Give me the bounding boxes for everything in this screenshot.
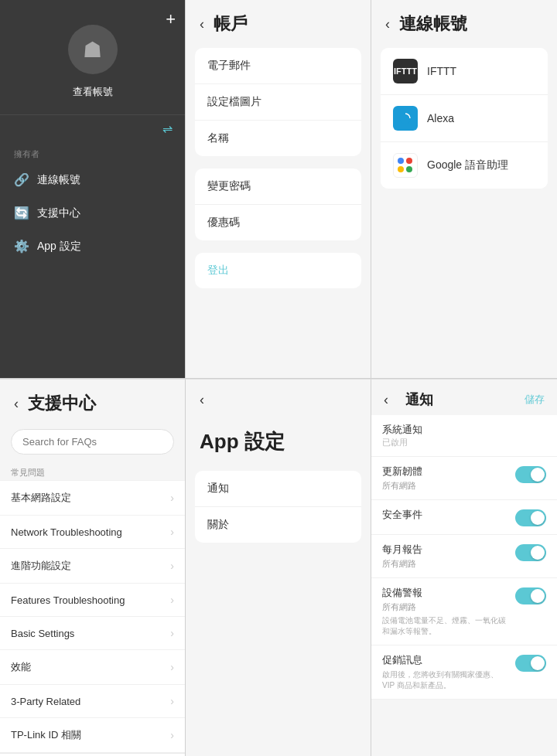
faq-item-5[interactable]: 效能 › <box>0 650 185 685</box>
sidebar-item-label-appsetting: App 設定 <box>37 240 81 254</box>
account-name-row[interactable]: 名稱 <box>195 121 361 156</box>
alexa-icon <box>393 106 418 131</box>
sidebar-item-label-connected: 連線帳號 <box>37 173 80 187</box>
notify-panel: ‹ 通知 儲存 系統通知 已啟用 更新韌體 所有網路 安全事件 <box>371 379 557 756</box>
faq-item-6[interactable]: 3-Party Related › <box>0 685 185 718</box>
support-back-button[interactable]: ‹ <box>14 396 19 412</box>
notify-item-4: 設備警報 所有網路 設備電池電量不足、煙霧、一氧化碳和漏水等報警。 <box>371 578 557 645</box>
google-item[interactable]: Google 語音助理 <box>381 142 548 189</box>
sidebar-item-label-support: 支援中心 <box>37 206 80 220</box>
notify-item-title-0: 系統通知 <box>382 423 546 437</box>
account-card-3: 登出 <box>195 253 361 288</box>
notify-item-left-5: 促銷訊息 啟用後，您將收到有關獨家優惠、VIP 商品和新產品。 <box>382 653 509 691</box>
notify-item-title-2: 安全事件 <box>382 508 509 522</box>
notify-item-title-3: 每月報告 <box>382 543 509 557</box>
notify-toggle-3[interactable] <box>515 544 546 561</box>
faq-label-4: Basic Settings <box>11 628 74 639</box>
appsetting-back-button[interactable]: ‹ <box>200 392 204 408</box>
chevron-right-icon: › <box>170 729 174 741</box>
notify-item-5: 促銷訊息 啟用後，您將收到有關獨家優惠、VIP 商品和新產品。 <box>371 645 557 700</box>
faq-item-7[interactable]: TP-Link ID 相關 › <box>0 718 185 753</box>
appsetting-title: App 設定 <box>186 414 371 465</box>
account-email-row[interactable]: 電子郵件 <box>195 48 361 84</box>
notify-toggle-2[interactable] <box>515 509 546 526</box>
support-title: 支援中心 <box>28 392 96 415</box>
notify-back-button[interactable]: ‹ <box>384 392 388 408</box>
settings-icon: ⚙️ <box>14 239 29 254</box>
appsetting-notify-row[interactable]: 通知 <box>195 471 361 507</box>
chevron-right-icon: › <box>170 526 174 538</box>
chevron-right-icon: › <box>170 560 174 572</box>
faq-label-7: TP-Link ID 相關 <box>11 728 81 742</box>
notify-item-left-0: 系統通知 已啟用 <box>382 423 546 448</box>
faq-label-5: 效能 <box>11 660 31 674</box>
faq-list: 基本網路設定 › Network Troubleshooting › 進階功能設… <box>0 480 185 753</box>
support-icon: 🔄 <box>14 206 29 220</box>
add-button[interactable]: + <box>166 9 176 29</box>
account-card-2: 變更密碼 優惠碼 <box>195 169 361 240</box>
user-icon: ☗ <box>83 37 102 63</box>
faq-label-3: Features Troubleshooting <box>11 594 125 606</box>
connected-header: ‹ 連線帳號 <box>371 0 557 42</box>
notify-item-title-5: 促銷訊息 <box>382 653 509 667</box>
notify-save-button[interactable]: 儲存 <box>525 393 545 407</box>
appsetting-card: 通知 關於 <box>195 471 361 543</box>
faq-item-0[interactable]: 基本網路設定 › <box>0 480 185 516</box>
sidebar-section-label: 擁有者 <box>0 142 185 163</box>
account-avatar-row[interactable]: 設定檔圖片 <box>195 84 361 121</box>
alexa-item[interactable]: Alexa <box>381 95 548 142</box>
filter-icon[interactable]: ⇌ <box>162 121 173 136</box>
ifttt-label: IFTTT <box>427 65 456 77</box>
account-panel: ‹ 帳戶 電子郵件 設定檔圖片 名稱 變更密碼 優惠碼 登出 <box>186 0 371 379</box>
community-button[interactable]: 💬 前往社群 <box>0 753 185 756</box>
notify-item-1: 更新韌體 所有網路 <box>371 457 557 500</box>
notify-list: 系統通知 已啟用 更新韌體 所有網路 安全事件 每月報告 所有網路 <box>371 415 557 703</box>
chevron-right-icon: › <box>170 661 174 673</box>
sidebar-item-connected[interactable]: 🔗 連線帳號 <box>0 163 185 196</box>
sidebar-item-appsetting[interactable]: ⚙️ App 設定 <box>0 230 185 263</box>
account-password-row[interactable]: 變更密碼 <box>195 169 361 205</box>
notify-item-sub-1: 所有網路 <box>382 480 509 492</box>
notify-item-left-2: 安全事件 <box>382 508 509 522</box>
google-label: Google 語音助理 <box>427 158 508 172</box>
appsetting-about-row[interactable]: 關於 <box>195 507 361 543</box>
connected-back-button[interactable]: ‹ <box>385 16 390 32</box>
search-input[interactable] <box>11 429 174 455</box>
appsetting-header: ‹ <box>186 380 371 414</box>
notify-title: 通知 <box>405 390 433 409</box>
notify-item-0: 系統通知 已啟用 <box>371 415 557 457</box>
appsetting-panel: ‹ App 設定 通知 關於 <box>186 379 371 756</box>
faq-item-2[interactable]: 進階功能設定 › <box>0 549 185 584</box>
faq-label-0: 基本網路設定 <box>11 491 71 505</box>
faq-item-3[interactable]: Features Troubleshooting › <box>0 584 185 617</box>
account-card-1: 電子郵件 設定檔圖片 名稱 <box>195 48 361 156</box>
connected-services-card: IFTTT IFTTT Alexa Google 語音助理 <box>381 48 548 189</box>
connected-panel: ‹ 連線帳號 IFTTT IFTTT Alexa <box>371 0 557 379</box>
support-panel: ‹ 支援中心 常見問題 基本網路設定 › Network Troubleshoo… <box>0 379 186 756</box>
notify-toggle-1[interactable] <box>515 466 546 483</box>
view-account-button[interactable]: 查看帳號 <box>65 82 121 102</box>
link-icon: 🔗 <box>14 172 29 187</box>
chevron-right-icon: › <box>170 492 174 504</box>
faq-item-1[interactable]: Network Troubleshooting › <box>0 516 185 549</box>
notify-item-left-4: 設備警報 所有網路 設備電池電量不足、煙霧、一氧化碳和漏水等報警。 <box>382 586 509 637</box>
faq-item-4[interactable]: Basic Settings › <box>0 617 185 650</box>
support-header: ‹ 支援中心 <box>0 380 185 421</box>
alexa-label: Alexa <box>427 112 454 124</box>
account-title: 帳戶 <box>214 12 248 36</box>
account-coupon-row[interactable]: 優惠碼 <box>195 205 361 240</box>
notify-toggle-5[interactable] <box>515 655 546 672</box>
notify-item-2: 安全事件 <box>371 500 557 535</box>
sidebar-top: ☗ 查看帳號 <box>0 0 185 114</box>
account-back-button[interactable]: ‹ <box>200 16 204 32</box>
ifttt-item[interactable]: IFTTT IFTTT <box>381 48 548 95</box>
logout-button[interactable]: 登出 <box>195 253 361 288</box>
filter-row: ⇌ <box>0 114 185 142</box>
notify-header: ‹ 通知 儲存 <box>371 380 557 415</box>
chevron-right-icon: › <box>170 695 174 707</box>
notify-toggle-4[interactable] <box>515 587 546 604</box>
notify-item-sub-3: 所有網路 <box>382 558 509 570</box>
notify-item-left-3: 每月報告 所有網路 <box>382 543 509 570</box>
google-icon <box>393 153 418 178</box>
sidebar-item-support[interactable]: 🔄 支援中心 <box>0 196 185 230</box>
